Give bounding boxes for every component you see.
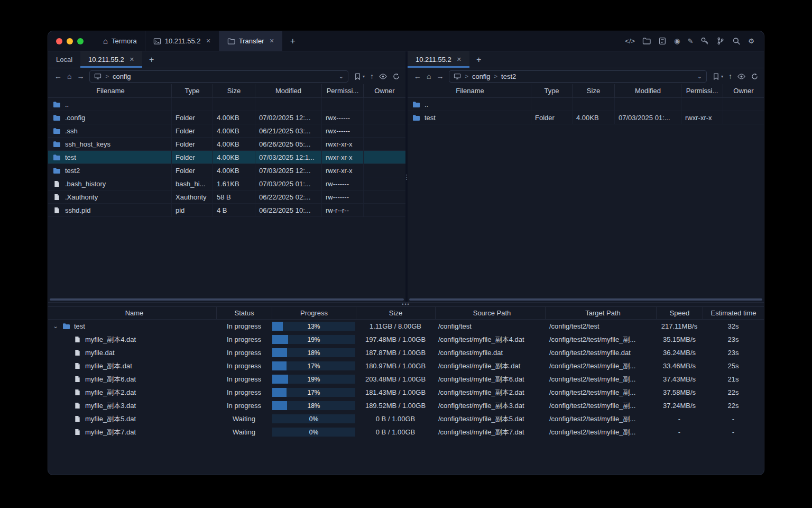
path-breadcrumb[interactable]: > config ⌄ — [89, 70, 348, 83]
column-header[interactable]: Permissi... — [321, 84, 363, 97]
column-header[interactable]: Target Path — [545, 307, 656, 319]
column-header[interactable]: Filename — [408, 84, 531, 97]
column-header[interactable]: Source Path — [435, 307, 545, 319]
new-file-tab-button[interactable]: + — [469, 51, 488, 68]
folder-icon — [53, 141, 61, 148]
key-icon[interactable] — [700, 37, 709, 45]
column-header[interactable]: Size — [572, 84, 614, 97]
column-header[interactable]: Size — [213, 84, 255, 97]
transfer-row[interactable]: myfile_副本2.dat In progress 17% 181.43MB … — [48, 386, 764, 399]
column-header[interactable]: Size — [356, 307, 435, 319]
transfer-row[interactable]: myfile_副本6.dat In progress 19% 203.48MB … — [48, 373, 764, 386]
column-header[interactable]: Estimated time — [703, 307, 764, 319]
record-icon[interactable]: ◉ — [674, 37, 680, 45]
home-button[interactable]: ⌂ — [67, 72, 71, 80]
home-icon: ⌂ — [103, 37, 108, 46]
column-header[interactable]: Filename — [48, 84, 171, 97]
tab-termora[interactable]: ⌂ Termora — [95, 31, 145, 51]
transfer-row[interactable]: myfile_副本5.dat Waiting 0% 0 B / 1.00GB /… — [48, 412, 764, 425]
tab-remote-host[interactable]: 10.211.55.2 ✕ — [408, 51, 469, 68]
path-breadcrumb[interactable]: > config > test2 ⌄ — [449, 70, 707, 83]
column-header[interactable]: Owner — [723, 84, 764, 97]
pencil-icon[interactable]: ✎ — [687, 37, 693, 45]
minimize-window-button[interactable] — [67, 38, 73, 44]
breadcrumb-segment[interactable]: config — [472, 72, 491, 80]
column-header[interactable]: Progress — [272, 307, 356, 319]
file-row[interactable]: .Xauthority Xauthority58 B06/22/2025 02:… — [48, 190, 405, 204]
folder-icon[interactable] — [642, 37, 651, 45]
chevron-down-icon[interactable]: ⌄ — [339, 73, 344, 80]
breadcrumb-segment[interactable]: test2 — [501, 72, 516, 80]
tab-remote-host[interactable]: 10.211.55.2 ✕ — [80, 51, 142, 68]
file-row[interactable]: .bash_history bash_hi...1.61KB07/03/2025… — [48, 177, 405, 190]
tab-session-10-211-55-2[interactable]: 10.211.55.2 ✕ — [145, 31, 219, 51]
file-row-selected[interactable]: test Folder4.00KB07/03/2025 12:1...rwxr-… — [48, 151, 405, 164]
transfer-row[interactable]: myfile_副本3.dat In progress 18% 189.52MB … — [48, 399, 764, 412]
file-row[interactable]: .. — [408, 98, 764, 111]
up-directory-button[interactable]: ↑ — [370, 72, 374, 80]
column-header[interactable]: Type — [171, 84, 213, 97]
close-icon[interactable]: ✕ — [206, 38, 210, 44]
bookmark-button[interactable]: ▾ — [354, 73, 365, 80]
code-icon[interactable]: </> — [625, 37, 635, 45]
git-branch-icon[interactable] — [716, 37, 725, 45]
file-row[interactable]: .. — [48, 98, 405, 111]
file-row[interactable]: test2 Folder4.00KB07/03/2025 12:...rwxr-… — [48, 164, 405, 177]
file-row[interactable]: ssh_host_keys Folder4.00KB06/26/2025 05:… — [48, 138, 405, 151]
gear-icon[interactable]: ⚙ — [748, 37, 754, 45]
bookmark-button[interactable]: ▾ — [712, 73, 723, 80]
refresh-button[interactable] — [751, 73, 759, 80]
file-row[interactable]: .config Folder4.00KB07/02/2025 12:...rwx… — [48, 111, 405, 124]
home-button[interactable]: ⌂ — [427, 72, 431, 80]
column-header[interactable]: Status — [216, 307, 272, 319]
progress-bar: 19% — [272, 335, 355, 344]
file-row[interactable]: sshd.pid pid4 B06/22/2025 10:...rw-r--r-… — [48, 204, 405, 217]
forward-button[interactable]: → — [77, 72, 84, 80]
horizontal-scrollbar[interactable] — [50, 298, 404, 301]
column-header[interactable]: Speed — [656, 307, 703, 319]
horizontal-splitter[interactable]: ••• — [48, 302, 764, 307]
column-header[interactable]: Permissi... — [681, 84, 723, 97]
column-header[interactable]: Name — [48, 307, 216, 319]
chevron-down-icon[interactable]: ⌄ — [697, 73, 702, 80]
close-icon[interactable]: ✕ — [270, 38, 274, 44]
breadcrumb-segment[interactable]: config — [113, 72, 131, 80]
file-icon — [73, 349, 81, 356]
file-row[interactable]: test Folder4.00KB07/03/2025 01:...rwxr-x… — [408, 111, 764, 124]
expand-chevron-icon[interactable]: ⌄ — [52, 323, 59, 330]
transfer-status: In progress — [216, 346, 272, 359]
show-hidden-button[interactable] — [737, 73, 745, 80]
zoom-window-button[interactable] — [77, 38, 84, 44]
column-header[interactable]: Modified — [255, 84, 321, 97]
log-icon[interactable] — [658, 37, 667, 45]
transfer-row[interactable]: myfile.dat In progress 18% 187.87MB / 1.… — [48, 346, 764, 359]
search-icon[interactable] — [732, 37, 741, 45]
tab-transfer[interactable]: Transfer ✕ — [219, 31, 282, 51]
progress-bar: 0% — [272, 414, 355, 423]
new-file-tab-button[interactable]: + — [142, 51, 161, 68]
column-header[interactable]: Owner — [363, 84, 405, 97]
horizontal-scrollbar[interactable] — [409, 298, 762, 301]
transfer-row[interactable]: myfile_副本7.dat Waiting 0% 0 B / 1.00GB /… — [48, 425, 764, 439]
up-directory-button[interactable]: ↑ — [728, 72, 732, 80]
tab-local[interactable]: Local — [48, 51, 80, 68]
tab-label: 10.211.55.2 — [165, 37, 201, 45]
refresh-button[interactable] — [392, 73, 400, 80]
close-window-button[interactable] — [56, 38, 62, 44]
back-button[interactable]: ← — [414, 72, 421, 80]
column-header[interactable]: Type — [531, 84, 572, 97]
file-size — [572, 98, 614, 111]
column-header[interactable]: Modified — [614, 84, 681, 97]
file-modified: 07/03/2025 12:1... — [255, 151, 321, 164]
back-button[interactable]: ← — [54, 72, 62, 80]
close-icon[interactable]: ✕ — [130, 56, 134, 63]
forward-button[interactable]: → — [436, 72, 444, 80]
transfer-row[interactable]: myfile_副本4.dat In progress 19% 197.48MB … — [48, 333, 764, 346]
transfer-row[interactable]: ⌄test In progress 13% 1.11GB / 8.00GB /c… — [48, 320, 764, 333]
transfer-row[interactable]: myfile_副本.dat In progress 17% 180.97MB /… — [48, 359, 764, 373]
folder-icon — [62, 323, 70, 330]
show-hidden-button[interactable] — [379, 73, 387, 80]
close-icon[interactable]: ✕ — [457, 56, 462, 63]
file-row[interactable]: .ssh Folder4.00KB06/21/2025 03:...rwx---… — [48, 124, 405, 138]
new-session-tab-button[interactable]: + — [282, 31, 303, 51]
